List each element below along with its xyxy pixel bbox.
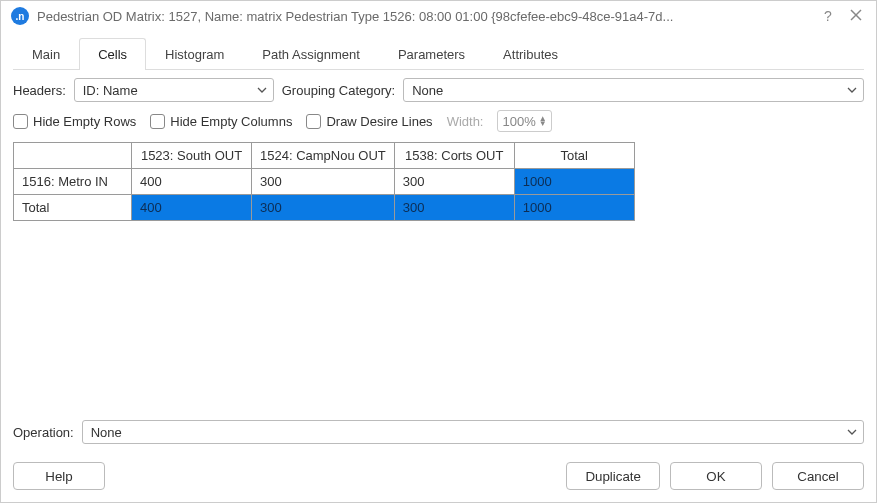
- cell-total[interactable]: 1000: [514, 169, 634, 195]
- help-button[interactable]: Help: [13, 462, 105, 490]
- operation-label: Operation:: [13, 425, 74, 440]
- headers-value: ID: Name: [83, 83, 138, 98]
- col-header[interactable]: 1523: South OUT: [132, 143, 252, 169]
- tab-histogram[interactable]: Histogram: [146, 38, 243, 70]
- dialog-footer: Help Duplicate OK Cancel: [1, 454, 876, 502]
- operation-select[interactable]: None: [82, 420, 864, 444]
- duplicate-button[interactable]: Duplicate: [566, 462, 660, 490]
- window-title: Pedestrian OD Matrix: 1527, Name: matrix…: [37, 9, 810, 24]
- row-header[interactable]: 1516: Metro IN: [14, 169, 132, 195]
- cancel-button[interactable]: Cancel: [772, 462, 864, 490]
- col-header-total[interactable]: Total: [514, 143, 634, 169]
- grouping-value: None: [412, 83, 443, 98]
- tab-parameters[interactable]: Parameters: [379, 38, 484, 70]
- hide-empty-columns-checkbox[interactable]: Hide Empty Columns: [150, 114, 292, 129]
- cell[interactable]: 300: [394, 195, 514, 221]
- tab-path-assignment[interactable]: Path Assignment: [243, 38, 379, 70]
- chevron-down-icon: [257, 87, 267, 93]
- width-spinner[interactable]: 100% ▲▼: [497, 110, 551, 132]
- matrix-corner: [14, 143, 132, 169]
- cell[interactable]: 300: [394, 169, 514, 195]
- width-label: Width:: [447, 114, 484, 129]
- checkbox-icon: [150, 114, 165, 129]
- tab-main[interactable]: Main: [13, 38, 79, 70]
- titlebar: .n Pedestrian OD Matrix: 1527, Name: mat…: [1, 1, 876, 31]
- chevron-down-icon: [847, 429, 857, 435]
- cell[interactable]: 300: [252, 195, 395, 221]
- table-row-total: Total 400 300 300 1000: [14, 195, 635, 221]
- close-icon[interactable]: [846, 8, 866, 24]
- cell-total[interactable]: 1000: [514, 195, 634, 221]
- tab-bar: Main Cells Histogram Path Assignment Par…: [13, 37, 864, 70]
- checkbox-icon: [13, 114, 28, 129]
- app-icon: .n: [11, 7, 29, 25]
- spinner-arrows-icon: ▲▼: [539, 116, 547, 126]
- grouping-select[interactable]: None: [403, 78, 864, 102]
- cell[interactable]: 400: [132, 195, 252, 221]
- headers-select[interactable]: ID: Name: [74, 78, 274, 102]
- draw-desire-lines-checkbox[interactable]: Draw Desire Lines: [306, 114, 432, 129]
- tab-cells[interactable]: Cells: [79, 38, 146, 70]
- tab-attributes[interactable]: Attributes: [484, 38, 577, 70]
- checkbox-icon: [306, 114, 321, 129]
- cell[interactable]: 400: [132, 169, 252, 195]
- operation-value: None: [91, 425, 122, 440]
- headers-label: Headers:: [13, 83, 66, 98]
- hide-empty-columns-label: Hide Empty Columns: [170, 114, 292, 129]
- cell[interactable]: 300: [252, 169, 395, 195]
- od-matrix-table: 1523: South OUT 1524: CampNou OUT 1538: …: [13, 142, 635, 221]
- hide-empty-rows-label: Hide Empty Rows: [33, 114, 136, 129]
- chevron-down-icon: [847, 87, 857, 93]
- row-header-total[interactable]: Total: [14, 195, 132, 221]
- col-header[interactable]: 1538: Corts OUT: [394, 143, 514, 169]
- table-row: 1516: Metro IN 400 300 300 1000: [14, 169, 635, 195]
- help-icon[interactable]: ?: [818, 8, 838, 24]
- width-value: 100%: [502, 114, 535, 129]
- ok-button[interactable]: OK: [670, 462, 762, 490]
- hide-empty-rows-checkbox[interactable]: Hide Empty Rows: [13, 114, 136, 129]
- grouping-label: Grouping Category:: [282, 83, 395, 98]
- draw-desire-lines-label: Draw Desire Lines: [326, 114, 432, 129]
- col-header[interactable]: 1524: CampNou OUT: [252, 143, 395, 169]
